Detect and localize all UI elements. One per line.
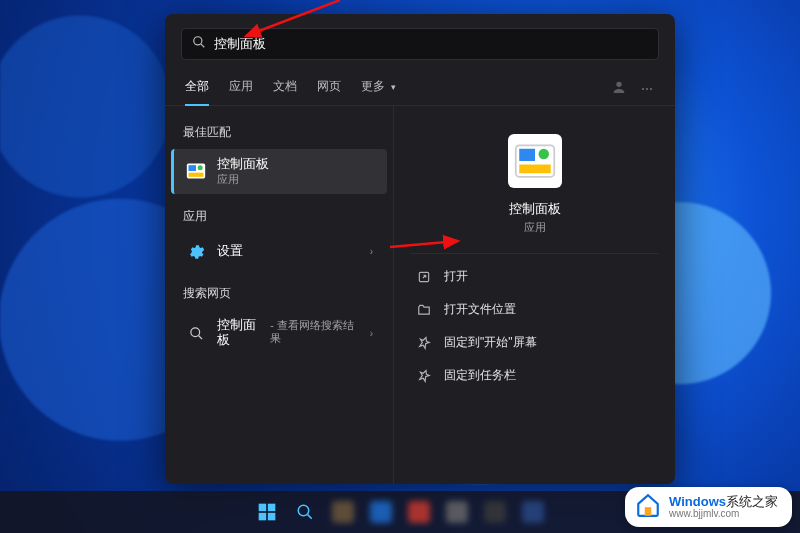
chevron-right-icon: › [370,328,373,339]
svg-point-7 [190,328,199,337]
svg-point-20 [298,505,309,516]
chevron-right-icon: › [370,246,373,257]
start-button[interactable] [253,498,281,526]
svg-rect-22 [645,507,652,516]
tab-all[interactable]: 全部 [185,72,209,105]
result-settings[interactable]: 设置 › [171,233,387,271]
app-subtitle: 应用 [524,220,546,235]
tab-more[interactable]: 更多 ▾ [361,72,396,105]
result-subtitle: 应用 [217,173,269,186]
result-title: 控制面板 [217,318,266,349]
section-apps: 应用 [165,204,393,233]
section-best-match: 最佳匹配 [165,120,393,149]
result-title: 设置 [217,244,243,260]
control-panel-icon [185,160,207,182]
result-subtitle: - 查看网络搜索结果 [270,319,359,345]
taskbar-pinned-app[interactable] [481,498,509,526]
search-box[interactable] [181,28,659,60]
svg-rect-19 [268,513,276,521]
svg-point-11 [538,149,549,160]
svg-rect-10 [519,149,535,161]
svg-rect-4 [189,166,197,172]
svg-rect-18 [259,513,267,521]
action-label: 固定到任务栏 [444,367,516,384]
action-pin-to-start[interactable]: 固定到"开始"屏幕 [410,326,659,359]
svg-line-8 [198,336,201,339]
action-pin-to-taskbar[interactable]: 固定到任务栏 [410,359,659,392]
svg-point-2 [616,82,621,87]
search-bar-container [165,14,675,66]
chevron-down-icon: ▾ [391,82,396,92]
open-icon [416,269,432,285]
start-search-panel: 全部 应用 文档 网页 更多 ▾ ⋯ 最佳匹配 控制面板 应用 [165,14,675,484]
taskbar-pinned-app[interactable] [329,498,357,526]
tab-documents[interactable]: 文档 [273,72,297,105]
watermark: Windows系统之家 www.bjjmlv.com [625,487,792,527]
results-right-pane: 控制面板 应用 打开 打开文件位置 [393,106,675,484]
search-icon [192,35,206,53]
result-title: 控制面板 [217,157,269,173]
action-label: 打开 [444,268,468,285]
taskbar-search-button[interactable] [291,498,319,526]
svg-rect-17 [268,504,276,512]
section-web: 搜索网页 [165,281,393,310]
results-left-pane: 最佳匹配 控制面板 应用 应用 设置 › 搜索网页 [165,106,393,484]
svg-line-21 [308,515,312,519]
taskbar-pinned-app[interactable] [405,498,433,526]
svg-line-1 [201,44,204,47]
actions-list: 打开 打开文件位置 固定到"开始"屏幕 [410,253,659,392]
control-panel-large-icon [508,134,562,188]
result-control-panel[interactable]: 控制面板 应用 [171,149,387,194]
action-open-file-location[interactable]: 打开文件位置 [410,293,659,326]
svg-rect-6 [189,173,204,177]
taskbar-pinned-app[interactable] [443,498,471,526]
search-input[interactable] [214,37,648,52]
svg-point-5 [198,166,203,171]
action-open[interactable]: 打开 [410,260,659,293]
watermark-url: www.bjjmlv.com [669,509,778,520]
action-label: 固定到"开始"屏幕 [444,334,537,351]
taskbar-pinned-app[interactable] [367,498,395,526]
watermark-brand: Windows系统之家 [669,495,778,509]
account-icon[interactable] [611,79,627,98]
action-label: 打开文件位置 [444,301,516,318]
tab-web[interactable]: 网页 [317,72,341,105]
house-icon [635,492,661,522]
svg-rect-16 [259,504,267,512]
gear-icon [185,241,207,263]
tab-apps[interactable]: 应用 [229,72,253,105]
svg-point-0 [194,37,202,45]
result-web-search[interactable]: 控制面板 - 查看网络搜索结果 › [171,310,387,357]
svg-rect-12 [519,165,551,174]
search-filter-tabs: 全部 应用 文档 网页 更多 ▾ ⋯ [165,66,675,106]
pin-icon [416,335,432,351]
folder-icon [416,302,432,318]
more-options-icon[interactable]: ⋯ [641,82,655,96]
tab-more-label: 更多 [361,79,385,93]
search-icon [185,322,207,344]
results-area: 最佳匹配 控制面板 应用 应用 设置 › 搜索网页 [165,106,675,484]
pin-icon [416,368,432,384]
app-title: 控制面板 [509,200,561,218]
taskbar-pinned-app[interactable] [519,498,547,526]
